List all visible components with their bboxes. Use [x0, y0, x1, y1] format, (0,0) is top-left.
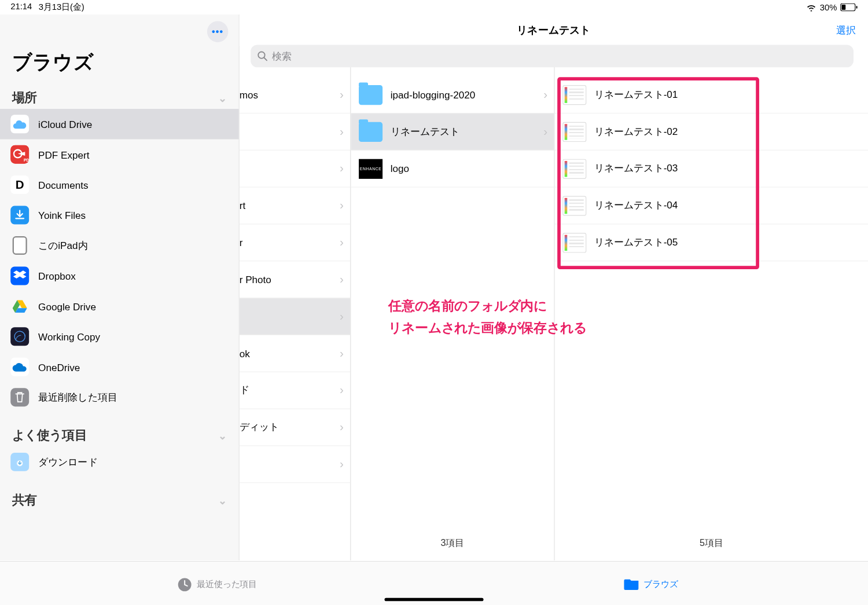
chevron-right-icon: ›: [340, 273, 344, 287]
folder-icon: [624, 577, 638, 592]
chevron-right-icon: ›: [543, 88, 547, 102]
tab-recent[interactable]: 最近使った項目: [0, 577, 434, 592]
search-icon: [258, 51, 268, 61]
list-item[interactable]: リネームテスト-04: [555, 188, 868, 225]
chevron-down-icon: ⌄: [218, 91, 227, 104]
chevron-right-icon: ›: [340, 236, 344, 250]
list-item[interactable]: mos›: [240, 76, 350, 113]
sidebar-item-onedrive[interactable]: OneDrive: [0, 352, 239, 382]
sidebar-item-pdf-expert[interactable]: PDF PDF Expert: [0, 140, 239, 170]
annotation-text: 任意の名前のフォルダ内に リネームされた画像が保存される: [388, 294, 586, 339]
sidebar-item-downloads[interactable]: ダウンロード: [0, 447, 239, 477]
pdf-expert-icon: PDF: [10, 145, 29, 164]
list-item[interactable]: ›: [240, 446, 350, 483]
sidebar-item-dropbox[interactable]: Dropbox: [0, 261, 239, 291]
column-2: リネームテスト-01 リネームテスト-02 リネームテスト-03 リネームテスト…: [555, 14, 868, 561]
list-item[interactable]: リネームテスト-05: [555, 225, 868, 262]
image-thumbnail-icon: [562, 159, 586, 178]
list-item[interactable]: ENHANCE logo: [351, 151, 554, 188]
download-folder-icon: [10, 453, 29, 471]
folder-icon: [359, 122, 382, 141]
list-item[interactable]: リネームテスト-03: [555, 151, 868, 188]
list-item[interactable]: ipad-blogging-2020 ›: [351, 76, 554, 113]
section-shared[interactable]: 共有 ⌄: [0, 487, 239, 511]
chevron-down-icon: ⌄: [218, 429, 227, 442]
list-item[interactable]: ›: [240, 298, 350, 335]
svg-line-4: [264, 58, 267, 61]
documents-icon: D: [10, 175, 29, 194]
yoink-icon: [10, 206, 29, 225]
list-item[interactable]: ok›: [240, 335, 350, 372]
column-0: mos› › › rt› r› r Photo› › ok› ド› ディット› …: [240, 14, 351, 561]
dropbox-icon: [10, 266, 29, 285]
sidebar-item-icloud[interactable]: iCloud Drive: [0, 109, 239, 139]
status-bar: 21:14 3月13日(金) 30%: [0, 0, 868, 14]
svg-text:PDF: PDF: [24, 158, 29, 162]
working-copy-icon: [10, 327, 29, 346]
list-item[interactable]: r Photo›: [240, 261, 350, 298]
battery-percent: 30%: [820, 2, 837, 12]
list-item[interactable]: ド›: [240, 372, 350, 409]
image-thumbnail-icon: [562, 85, 586, 104]
tab-bar: 最近使った項目 ブラウズ: [0, 561, 868, 605]
list-item[interactable]: リネームテスト-02: [555, 113, 868, 151]
list-item[interactable]: リネームテスト-01: [555, 76, 868, 113]
chevron-right-icon: ›: [340, 199, 344, 212]
battery-icon: [840, 3, 858, 12]
chevron-right-icon: ›: [340, 457, 344, 471]
more-button[interactable]: •••: [207, 21, 228, 42]
item-count: 5項目: [555, 525, 868, 561]
item-count: 3項目: [351, 525, 554, 561]
chevron-right-icon: ›: [340, 124, 344, 138]
clock-icon: [177, 577, 192, 592]
chevron-right-icon: ›: [543, 124, 547, 138]
list-item[interactable]: rt›: [240, 188, 350, 225]
icloud-icon: [10, 115, 29, 133]
search-placeholder: 検索: [272, 50, 292, 63]
home-indicator[interactable]: [385, 598, 484, 602]
gdrive-icon: [10, 297, 29, 316]
onedrive-icon: [10, 358, 29, 376]
logo-thumbnail-icon: ENHANCE: [359, 159, 382, 178]
sidebar-item-trash[interactable]: 最近削除した項目: [0, 382, 239, 412]
list-item[interactable]: ›: [240, 113, 350, 151]
image-thumbnail-icon: [562, 196, 586, 215]
chevron-right-icon: ›: [340, 383, 344, 397]
column-1: ipad-blogging-2020 › リネームテスト › ENHANCE l…: [351, 14, 554, 561]
image-thumbnail-icon: [562, 122, 586, 141]
folder-icon: [359, 85, 382, 104]
sidebar-item-documents[interactable]: D Documents: [0, 170, 239, 200]
chevron-right-icon: ›: [340, 310, 344, 324]
image-thumbnail-icon: [562, 233, 586, 252]
chevron-right-icon: ›: [340, 88, 344, 102]
section-locations[interactable]: 場所 ⌄: [0, 85, 239, 109]
sidebar-item-ipad[interactable]: このiPad内: [0, 230, 239, 261]
status-date: 3月13日(金): [39, 1, 84, 13]
list-item[interactable]: ディット›: [240, 409, 350, 446]
chevron-down-icon: ⌄: [218, 494, 227, 507]
chevron-right-icon: ›: [340, 162, 344, 175]
svg-rect-1: [841, 5, 845, 10]
sidebar-title: ブラウズ: [0, 46, 239, 85]
sidebar: ••• ブラウズ 場所 ⌄ iCloud Drive PDF PDF Exper…: [0, 14, 240, 561]
list-item[interactable]: リネームテスト ›: [351, 113, 554, 151]
status-time: 21:14: [10, 1, 32, 13]
chevron-right-icon: ›: [340, 346, 344, 360]
ipad-icon: [10, 236, 29, 255]
list-item[interactable]: ›: [240, 151, 350, 188]
wifi-icon: [806, 3, 816, 12]
chevron-right-icon: ›: [340, 420, 344, 434]
sidebar-item-gdrive[interactable]: Google Drive: [0, 291, 239, 321]
sidebar-item-yoink[interactable]: Yoink Files: [0, 200, 239, 230]
svg-rect-2: [856, 6, 857, 9]
trash-icon: [10, 388, 29, 406]
section-favorites[interactable]: よく使う項目 ⌄: [0, 423, 239, 447]
tab-browse[interactable]: ブラウズ: [434, 577, 868, 592]
sidebar-item-working-copy[interactable]: Working Copy: [0, 321, 239, 351]
list-item[interactable]: r›: [240, 225, 350, 262]
